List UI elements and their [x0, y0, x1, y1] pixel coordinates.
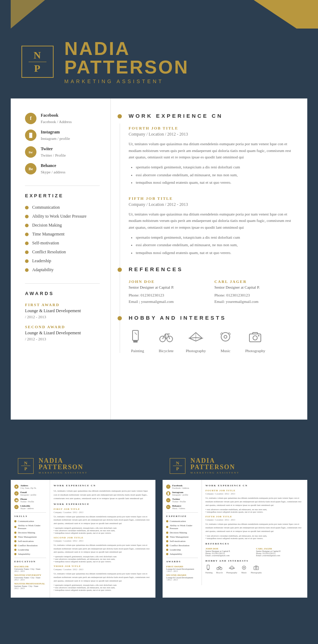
hobby-music: Music	[217, 328, 234, 353]
social-text-behance: Behance Skype / address	[41, 163, 65, 175]
mini-hobby-paint: Painting	[205, 564, 213, 574]
mini-edu-label: EDUCATION	[14, 560, 46, 563]
logo-initial-p: P	[34, 63, 41, 74]
ref-2: CARL JAGER Senior Designer at Capital P.…	[214, 279, 293, 305]
mini-social-tw-r: tw Twitter Twitter / Profile	[166, 498, 198, 503]
divider-social	[25, 186, 100, 186]
skill-dot	[25, 250, 29, 254]
social-item-instagram: █ Instagram Instagram / profile	[25, 130, 100, 141]
mini-be-icon-r: Be	[166, 505, 170, 509]
mini-address-icon: ■	[14, 485, 19, 489]
mini-email-icon: @	[14, 491, 19, 496]
mini-sidebar-left: ■ Addres City, State, Zip Nr. @ Email In…	[11, 480, 50, 598]
instagram-icon: █	[25, 130, 36, 141]
mini-ref-2: CARL JAGER Senior Designer at Capital P.…	[256, 547, 304, 557]
expertize-heading: EXPERTIZE	[25, 193, 100, 198]
hobbies-section-title: HOBBY AND INTERESTS	[129, 315, 293, 321]
painting-label: Painting	[131, 349, 144, 353]
social-item-behance: Be Behance Skype / address	[25, 163, 100, 175]
mini-sidebar-right: f Facebook Facebook / Address █ Instagra…	[163, 480, 202, 585]
social-links: f Facebook Facebook / Address █ Instagra…	[25, 113, 100, 175]
ref-title-1: Senior Designer at Capital P.	[129, 285, 207, 289]
hobbies-grid: Painting Bicyclete	[129, 328, 293, 353]
mini-content-left: WORK EXPERIENCE CN Ur, tenitates volum q…	[50, 480, 155, 598]
mini-rjob-2: FIFTH JOB TITLE	[205, 515, 304, 518]
skill-dot	[25, 206, 29, 209]
mini-rjob-desc-1: Ur, tenitates volum que quiasimus ma dit…	[205, 496, 304, 507]
skill-dot	[25, 215, 29, 218]
twitter-platform: Twiter	[41, 146, 66, 152]
instagram-platform: Instagram	[41, 130, 70, 135]
ref-name-1: JOHN DOE	[129, 279, 207, 284]
mini-skill-4: Time Management	[14, 536, 46, 538]
mini-job-co-3: Company / Location / 2012 - 2013	[54, 568, 152, 571]
svg-point-17	[242, 566, 246, 569]
mini-rskill-1: Communication	[166, 520, 198, 523]
references-section: REFERENCES JOHN DOE Senior Designer at C…	[129, 266, 293, 305]
mini-work-desc: Ur, tenitates volum que quiasimus ma dit…	[54, 489, 152, 501]
svg-point-16	[220, 567, 222, 570]
mini-rskill-4: Time Management	[166, 536, 198, 538]
mini-be-text-r: Behance Music / Adress	[172, 504, 185, 509]
skill-dot	[25, 268, 29, 272]
bullet-item: temquibus nossi odigend eratenis quam, n…	[136, 250, 293, 256]
mini-ig-icon-r: █	[166, 491, 170, 496]
section-dot-hobbies	[118, 316, 122, 320]
skill-label: Decision Making	[32, 223, 62, 228]
skill-pressure: Ability to Work Under Pressure	[25, 214, 100, 219]
bullet-item: spernatio tempeli genimensit, totaspiciu…	[136, 164, 293, 170]
behance-detail: Skype / address	[41, 170, 65, 174]
mini-skill-7: Leadership	[14, 548, 46, 551]
mini-expertize-label-r: EXPERTIZE	[166, 515, 198, 518]
hobby-painting: Painting	[129, 328, 146, 353]
behance-icon: Be	[25, 163, 36, 174]
ref-1: JOHN DOE Senior Designer at Capital P. P…	[129, 279, 207, 305]
mini-phone-icon: ☎	[14, 498, 19, 502]
award-title-1: FIRST AWARD	[25, 303, 100, 307]
mini-skill-8: Adaptability	[14, 553, 46, 556]
mini-job-2: SECOND JOB TITLE	[54, 536, 152, 539]
mini-resume-left: N P NADIAPATTERSON MARKETING ASSISTENT ■…	[11, 452, 155, 598]
twitter-icon: tw	[25, 146, 36, 158]
svg-line-2	[135, 333, 137, 335]
sidebar: f Facebook Facebook / Address █ Instagra…	[11, 98, 111, 420]
mini-social-be-r: Be Behance Music / Adress	[166, 504, 198, 509]
mini-hobby-bike: Bicycle	[216, 564, 223, 574]
divider-expertize	[25, 283, 100, 284]
twitter-detail: Twitter / Profile	[41, 153, 66, 157]
skill-label: Ability to Work Under Pressure	[32, 214, 86, 219]
mini-header-left: N P NADIAPATTERSON MARKETING ASSISTENT	[11, 452, 155, 480]
bullet-item: essi aborrore corundae endelitam, ad min…	[136, 242, 293, 248]
svg-rect-13	[207, 565, 209, 569]
skill-label: Communication	[32, 205, 60, 210]
mini-name-right: NADIAPATTERSON MARKETING ASSISTENT	[190, 457, 239, 474]
mini-rjob-desc-2: Ur, tenitates volum que quiasimus ma dit…	[205, 522, 304, 533]
job-bullets-1: spernatio tempeli genimensit, totaspiciu…	[129, 164, 293, 186]
skill-label: Time Management	[32, 232, 65, 237]
hobby-travel: Photography	[186, 328, 206, 353]
mini-initial-n: N	[24, 461, 27, 465]
mini-tw-icon-r: tw	[166, 498, 170, 502]
mini-job-desc-1: Ur, tenitates volum que quiasimus ma dit…	[54, 515, 152, 525]
mini-name-left: NADIAPATTERSON MARKETING ASSISTENT	[39, 457, 88, 474]
svg-point-12	[258, 335, 259, 336]
mini-skill-1: Communication	[14, 520, 46, 523]
tri-left	[11, 0, 54, 29]
job-company-2: Company / Location / 2012 - 2013	[129, 202, 293, 207]
mini-name-text-right: NADIAPATTERSON	[190, 457, 239, 470]
job-desc-2: Ur, tenitates volum que quiasimus ma dit…	[129, 211, 293, 231]
mini-linkedin-icon: in	[14, 505, 19, 509]
mini-skill-6: Conflict Resolution	[14, 544, 46, 547]
mini-logo-right: N P	[170, 458, 185, 474]
logo-divider	[29, 62, 46, 62]
logo-box: N P	[21, 46, 54, 78]
facebook-platform: Facebook	[41, 113, 72, 118]
mini-social-linkedin: in Linkedin Skype / address	[14, 504, 46, 509]
mini-work-section: WORK EXPERIENCE	[54, 503, 152, 506]
behance-platform: Behance	[41, 163, 65, 168]
mini-initial-p: P	[24, 466, 27, 471]
name-line1: NADIAPATTERSON	[64, 39, 189, 76]
travel-icon	[187, 328, 205, 346]
bullet-item: spernatio tempeli genimensit, totaspiciu…	[136, 234, 293, 240]
ref-title-2: Senior Designer at Capital P.	[214, 285, 293, 289]
